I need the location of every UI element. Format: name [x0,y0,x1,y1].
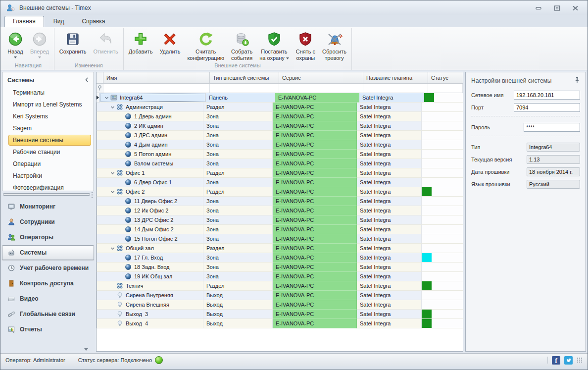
nav-item-операторы[interactable]: Операторы [2,230,94,245]
expand-chevron-icon[interactable] [108,105,116,109]
nav-item-видео[interactable]: Видео [2,291,94,306]
nav-item-сотрудники[interactable]: Сотрудники [2,214,94,229]
nav-item-учет-рабочего-времени[interactable]: Учет рабочего времени [2,261,94,275]
minimize-button[interactable] [536,5,542,11]
nav-overflow-chevron[interactable] [2,346,94,352]
cell-type: Зона [203,159,273,168]
table-row[interactable]: 14 Дым Офис 2ЗонаE-IVANOVA-PCSatel Integ… [97,225,463,234]
sidebar-item-настройки[interactable]: Настройки [8,170,91,181]
table-row[interactable]: ТехничРазделE-IVANOVA-PCSatel Integra [97,281,463,291]
expand-chevron-icon[interactable] [108,190,116,194]
zone-row-icon [125,254,132,261]
table-row[interactable]: 2 ИК админЗонаE-IVANOVA-PCSatel Integra [97,121,463,131]
ribbon-button-alarm[interactable]: Сброситьтревогу [319,30,350,61]
cell-service: E-IVANOVA-PC [273,272,357,281]
table-row[interactable]: 19 ИК Общ залЗонаE-IVANOVA-PCSatel Integ… [97,272,463,281]
table-row[interactable]: 5 Потоп админЗонаE-IVANOVA-PCSatel Integ… [97,150,463,159]
ribbon-button-disarm[interactable]: Снять сохраны [293,30,319,61]
table-row[interactable]: 15 Потоп Офис 2ЗонаE-IVANOVA-PCSatel Int… [97,234,463,244]
table-row[interactable]: Офис 1РазделE-IVANOVA-PCSatel Integra [97,168,463,178]
table-row[interactable]: 3 ДРС админЗонаE-IVANOVA-PCSatel Integra [97,131,463,140]
sidebar-item-фотоверификация[interactable]: Фотоверификация [8,182,91,193]
nav-item-мониторинг[interactable]: Мониторинг [2,199,94,214]
table-row[interactable]: Офис 2РазделE-IVANOVA-PCSatel Integra [97,187,463,197]
sidebar-item-импорт-из-lenel-systems[interactable]: Импорт из Lenel Systems [8,99,91,110]
column-header-сервис[interactable]: Сервис [279,72,363,83]
sidebar-splitter[interactable] [2,192,94,197]
table-row[interactable]: 1 Дверь админЗонаE-IVANOVA-PCSatel Integ… [97,112,463,121]
row-name: 4 Дым админ [134,142,167,148]
filter-cell-2[interactable] [279,84,363,93]
ribbon-group-навигация: НазадВпередНавигация [2,28,54,70]
sidebar-item-внешние-системы[interactable]: Внешние системы [8,135,91,146]
close-icon[interactable] [572,5,579,11]
field-password[interactable] [524,123,580,132]
filter-cell-0[interactable] [103,84,210,93]
ribbon-button-collect[interactable]: Собратьсобытия [228,30,256,61]
ribbon-button-delete[interactable]: Удалить [156,30,184,55]
table-row[interactable]: 11 Дверь Офис 2ЗонаE-IVANOVA-PCSatel Int… [97,197,463,206]
table-row[interactable]: Integra64ПанельE-IVANOVA-PCSatel Integra [97,93,463,103]
table-row[interactable]: Выход 4ВыходE-IVANOVA-PCSatel Integra [97,319,463,328]
table-row[interactable]: 6 Двер Офис 1ЗонаE-IVANOVA-PCSatel Integ… [97,178,463,187]
sidebar-item-рабочие-станции[interactable]: Рабочие станции [8,147,91,158]
table-row[interactable]: АдминистрациРазделE-IVANOVA-PCSatel Inte… [97,103,463,112]
sidebar-item-операции[interactable]: Операции [8,159,91,169]
resize-grip[interactable] [577,357,583,363]
column-header-имя[interactable]: Имя [103,72,210,83]
ribbon-button-refresh[interactable]: Считатьконфигурацию [184,30,228,61]
nav-item-системы[interactable]: Системы [2,245,94,260]
sidebar-item-терминалы[interactable]: Терминалы [8,87,91,98]
table-row[interactable]: Взлом системыЗонаE-IVANOVA-PCSatel Integ… [97,159,463,168]
field-network-name[interactable] [514,91,580,100]
table-row[interactable]: 17 Гл. ВходЗонаE-IVANOVA-PCSatel Integra [97,253,463,263]
facebook-icon[interactable]: f [552,356,560,365]
field-firmware-date[interactable] [527,167,580,176]
field-current-version[interactable] [527,155,580,164]
nav-item-глобальные-связи[interactable]: Глобальные связи [2,307,94,321]
row-name: Выход 3 [126,311,148,317]
cell-status [424,93,463,103]
nav-item-контроль-доступа[interactable]: Контроль доступа [2,276,94,291]
expand-chevron-icon[interactable] [102,96,110,100]
sidebar-item-keri-systems[interactable]: Keri Systems [8,111,91,122]
twitter-icon[interactable] [564,356,573,365]
column-header-статус[interactable]: Статус [428,72,463,83]
table-row[interactable]: 12 Ик Офис 2ЗонаE-IVANOVA-PCSatel Integr… [97,206,463,215]
row-name: Сирена Внутреняя [126,292,173,298]
field-type[interactable] [527,143,580,152]
tab-справка[interactable]: Справка [73,16,113,27]
ribbon-button-add[interactable]: Добавить [125,30,156,55]
column-header-тип-внешней-системы[interactable]: Тип внешней системы [210,72,279,83]
ribbon-button-arm[interactable]: Поставитьна охрану [256,30,293,61]
table-row[interactable]: Сирена ВнутреняяВыходE-IVANOVA-PCSatel I… [97,291,463,300]
table-row[interactable]: Выход 3ВыходE-IVANOVA-PCSatel Integra [97,310,463,319]
field-firmware-language[interactable] [527,180,580,189]
pin-icon[interactable] [574,77,580,85]
filter-cell-4[interactable] [428,84,463,93]
tab-главная[interactable]: Главная [4,16,44,27]
tab-вид[interactable]: Вид [45,16,73,27]
arm-icon [266,31,282,47]
collapse-panel-icon[interactable] [85,77,89,84]
ribbon-button-back[interactable]: Назад [4,30,27,58]
cell-name: 1 Дверь админ [97,112,203,121]
table-row[interactable]: Сирена ВнешняяВыходE-IVANOVA-PCSatel Int… [97,300,463,310]
ribbon-button-forward: Вперед [27,30,52,58]
sidebar-item-sagem[interactable]: Sagem [8,123,91,134]
nav-item-отчеты[interactable]: Отчеты [2,322,94,337]
table-row[interactable]: 13 ДРС Офис 2ЗонаE-IVANOVA-PCSatel Integ… [97,215,463,225]
expand-chevron-icon[interactable] [108,171,116,175]
table-row[interactable]: Общий залРазделE-IVANOVA-PCSatel Integra [97,244,463,253]
filter-cell-1[interactable] [210,84,279,93]
dropdown-arrow-icon [38,56,41,58]
ribbon-button-save[interactable]: Сохранить [56,30,90,55]
table-row[interactable]: 18 Задн. ВходЗонаE-IVANOVA-PCSatel Integ… [97,263,463,272]
filter-cell-3[interactable] [363,84,428,93]
column-header-название-плагина[interactable]: Название плагина [363,72,428,83]
restore-button[interactable] [554,5,560,11]
grid-filter-row[interactable] [97,84,463,93]
table-row[interactable]: 4 Дым админЗонаE-IVANOVA-PCSatel Integra [97,140,463,150]
field-port[interactable] [514,103,580,112]
expand-chevron-icon[interactable] [108,246,116,251]
